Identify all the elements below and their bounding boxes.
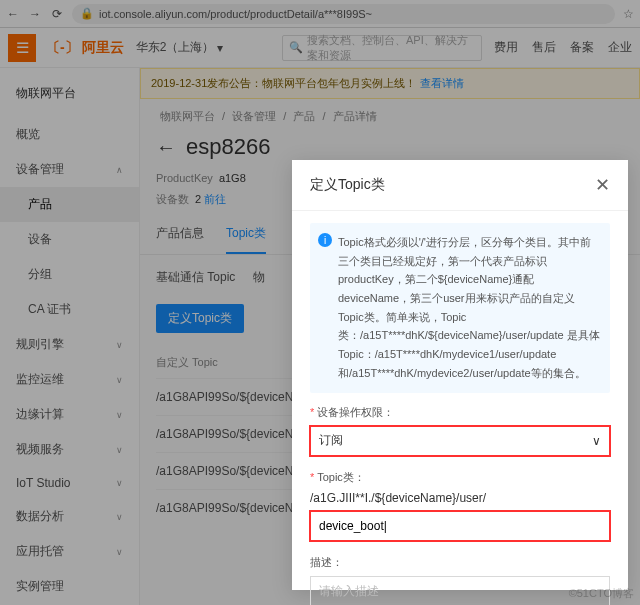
- close-icon[interactable]: ✕: [595, 174, 610, 196]
- desc-textarea[interactable]: 请输入描述 0/100: [310, 576, 610, 606]
- watermark: ©51CTO博客: [569, 586, 634, 601]
- topic-input[interactable]: [310, 511, 610, 541]
- info-icon: i: [318, 233, 332, 247]
- modal-title: 定义Topic类: [310, 176, 385, 194]
- desc-label: 描述：: [310, 555, 610, 570]
- modal-info: i Topic格式必须以'/'进行分层，区分每个类目。其中前三个类目已经规定好，…: [310, 223, 610, 393]
- perm-label: 设备操作权限：: [310, 405, 610, 420]
- topic-prefix: /a1G.JIII**I./${deviceName}/user/: [310, 491, 610, 505]
- topic-label: Topic类：: [310, 470, 610, 485]
- modal-define-topic: 定义Topic类 ✕ i Topic格式必须以'/'进行分层，区分每个类目。其中…: [292, 160, 628, 590]
- perm-select[interactable]: 订阅∨: [310, 426, 610, 456]
- chevron-down-icon: ∨: [592, 434, 601, 448]
